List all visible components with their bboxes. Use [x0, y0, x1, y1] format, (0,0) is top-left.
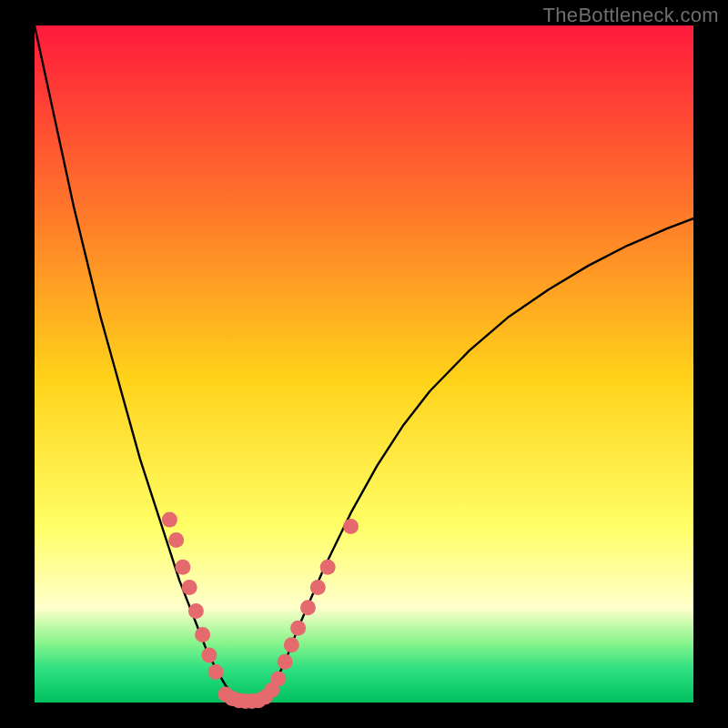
data-point — [270, 671, 286, 686]
data-point — [188, 603, 204, 619]
data-point — [175, 560, 190, 575]
data-point — [208, 664, 224, 680]
data-point — [278, 654, 293, 670]
data-point — [182, 580, 197, 595]
bottleneck-chart — [0, 0, 728, 728]
data-point — [310, 580, 326, 595]
data-point — [343, 519, 359, 534]
plot-background — [35, 25, 693, 703]
data-point — [320, 560, 336, 575]
watermark-label: TheBottleneck.com — [543, 4, 719, 27]
data-point — [284, 637, 299, 652]
data-point — [162, 512, 177, 528]
data-point — [201, 647, 217, 662]
chart-frame: TheBottleneck.com — [0, 0, 728, 728]
data-point — [195, 627, 210, 642]
data-point — [168, 532, 184, 548]
data-point — [300, 600, 316, 615]
data-point — [290, 621, 306, 636]
